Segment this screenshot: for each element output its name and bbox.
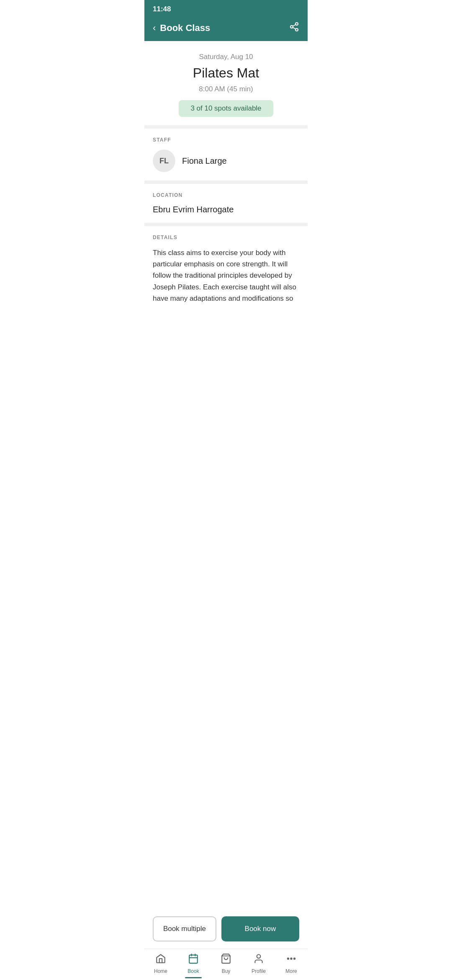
status-time: 11:48 (153, 5, 171, 13)
svg-line-3 (293, 28, 296, 29)
location-label: LOCATION (153, 192, 299, 198)
svg-line-4 (293, 25, 296, 26)
class-date: Saturday, Aug 10 (153, 53, 299, 61)
spots-badge: 3 of 10 spots available (179, 100, 273, 117)
bottom-nav: Home Book Buy (144, 949, 308, 980)
nav-label-buy: Buy (222, 968, 231, 974)
nav-label-home: Home (154, 968, 167, 974)
details-section: DETAILS This class aims to exercise your… (144, 226, 308, 338)
book-icon (188, 953, 199, 967)
header-title: Book Class (160, 23, 210, 34)
svg-point-13 (294, 958, 295, 959)
class-name: Pilates Mat (153, 65, 299, 81)
svg-rect-5 (189, 955, 198, 963)
staff-section: STAFF FL Fiona Large (144, 129, 308, 184)
nav-active-indicator (185, 977, 202, 978)
details-label: DETAILS (153, 235, 299, 240)
nav-label-book: Book (187, 968, 199, 974)
nav-item-book[interactable]: Book (181, 953, 206, 974)
nav-label-more: More (285, 968, 297, 974)
nav-item-profile[interactable]: Profile (246, 953, 271, 974)
location-name: Ebru Evrim Harrogate (153, 205, 299, 219)
class-time: 8:00 AM (45 min) (153, 85, 299, 93)
staff-label: STAFF (153, 137, 299, 143)
header-left: ‹ Book Class (153, 23, 210, 34)
bottom-buttons: Book multiple Book now (144, 911, 308, 946)
svg-point-10 (257, 954, 261, 958)
home-icon (155, 953, 166, 967)
staff-name: Fiona Large (182, 156, 227, 166)
nav-item-home[interactable]: Home (148, 953, 173, 974)
buy-icon (221, 953, 231, 967)
details-text: This class aims to exercise your body wi… (153, 247, 299, 338)
book-multiple-button[interactable]: Book multiple (153, 916, 216, 941)
svg-point-12 (290, 958, 292, 959)
header: ‹ Book Class (144, 17, 308, 41)
status-bar: 11:48 (144, 0, 308, 17)
class-info: Saturday, Aug 10 Pilates Mat 8:00 AM (45… (144, 41, 308, 129)
nav-label-profile: Profile (252, 968, 266, 974)
profile-icon (253, 953, 264, 967)
nav-item-buy[interactable]: Buy (213, 953, 239, 974)
book-now-button[interactable]: Book now (221, 916, 299, 941)
staff-row: FL Fiona Large (153, 150, 299, 176)
back-icon[interactable]: ‹ (153, 23, 156, 34)
svg-point-11 (288, 958, 289, 959)
location-section: LOCATION Ebru Evrim Harrogate (144, 184, 308, 226)
more-icon (286, 953, 297, 967)
share-icon[interactable] (289, 22, 299, 34)
staff-avatar: FL (153, 150, 175, 172)
nav-item-more[interactable]: More (279, 953, 304, 974)
